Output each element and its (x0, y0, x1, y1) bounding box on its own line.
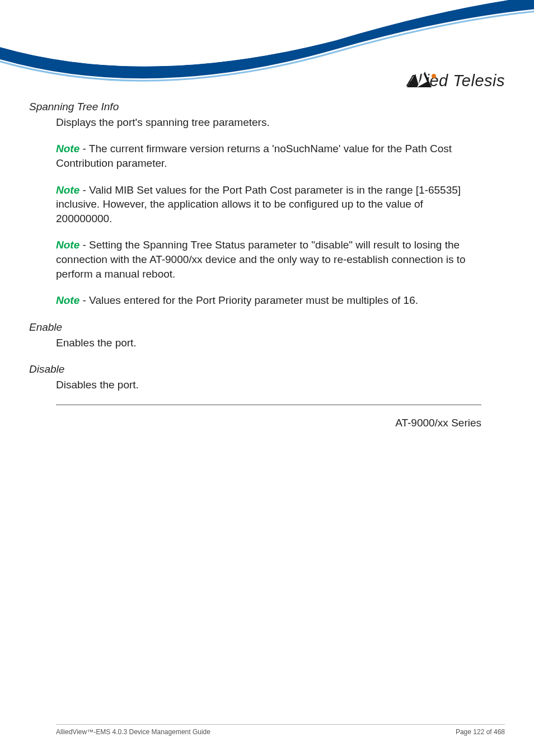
note-4-text: - Values entered for the Port Priority p… (83, 294, 418, 306)
footer-left: AlliedView™-EMS 4.0.3 Device Management … (56, 728, 210, 736)
note-label: Note (56, 143, 79, 154)
note-label: Note (56, 184, 79, 196)
page-footer: AlliedView™-EMS 4.0.3 Device Management … (56, 724, 505, 736)
note-4: Note - Values entered for the Port Prior… (56, 293, 481, 308)
footer-divider (56, 724, 505, 725)
brand-mark-icon (407, 72, 438, 88)
enable-title: Enable (29, 320, 481, 335)
note-label: Note (56, 239, 79, 251)
note-2-text: - Valid MIB Set values for the Port Path… (56, 184, 461, 224)
spanning-tree-title: Spanning Tree Info (29, 100, 481, 114)
footer-right: Page 122 of 468 (456, 728, 505, 736)
enable-body: Enables the port. (56, 336, 481, 350)
header-decoration: Allied Telesis (0, 0, 534, 95)
spanning-tree-body: Displays the port's spanning tree parame… (56, 115, 481, 130)
series-label: AT-9000/xx Series (56, 416, 481, 430)
note-2: Note - Valid MIB Set values for the Port… (56, 183, 481, 226)
note-3-text: - Setting the Spanning Tree Status param… (56, 239, 466, 279)
note-3: Note - Setting the Spanning Tree Status … (56, 238, 481, 281)
note-1-text: - The current firmware version returns a… (56, 143, 452, 169)
note-1: Note - The current firmware version retu… (56, 142, 481, 170)
disable-body: Disables the port. (56, 378, 481, 392)
brand-logo: Allied Telesis (407, 72, 505, 90)
section-divider (56, 405, 481, 405)
page-content: Spanning Tree Info Displays the port's s… (56, 100, 481, 440)
disable-title: Disable (29, 362, 481, 377)
note-label: Note (56, 294, 79, 306)
svg-point-0 (432, 74, 436, 78)
